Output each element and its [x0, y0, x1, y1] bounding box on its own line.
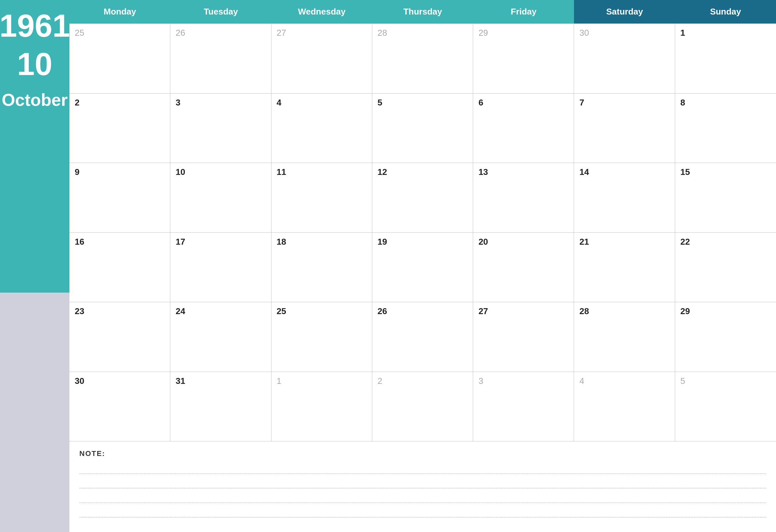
day-number: 27: [478, 306, 488, 316]
day-number: 5: [681, 376, 685, 386]
day-cell: 16: [69, 233, 170, 302]
day-cell: 29: [675, 302, 776, 372]
day-number: 3: [176, 98, 180, 108]
day-number: 4: [579, 376, 584, 386]
day-number: 27: [277, 28, 286, 38]
day-number: 23: [75, 306, 84, 316]
day-cell: 7: [574, 94, 675, 163]
day-number: 5: [378, 98, 382, 108]
sidebar-year: 1961: [0, 10, 70, 42]
note-line-1: [79, 461, 766, 474]
day-number: 28: [378, 28, 387, 38]
day-cell: 15: [675, 163, 776, 232]
day-cell: 9: [69, 163, 170, 232]
day-header-friday: Friday: [473, 0, 574, 23]
day-number: 12: [378, 167, 387, 177]
day-cell: 2: [69, 94, 170, 163]
day-cell: 22: [675, 233, 776, 302]
day-number: 25: [75, 28, 84, 38]
day-cell: 29: [473, 24, 574, 93]
day-number: 9: [75, 167, 79, 177]
day-cell: 28: [372, 24, 473, 93]
day-number: 13: [478, 167, 488, 177]
day-cell: 27: [271, 24, 372, 93]
note-line-4: [79, 504, 766, 517]
day-header-tuesday: Tuesday: [170, 0, 271, 23]
day-number: 26: [378, 306, 387, 316]
day-cell: 6: [473, 94, 574, 163]
day-cell: 3: [473, 372, 574, 441]
day-cell: 1: [271, 372, 372, 441]
day-number: 20: [478, 237, 488, 247]
day-number: 29: [681, 306, 690, 316]
day-cell: 17: [170, 233, 271, 302]
day-cell: 26: [170, 24, 271, 93]
day-number: 26: [176, 28, 185, 38]
day-number: 2: [75, 98, 79, 108]
calendar-container: 1961 10 October MondayTuesdayWednesdayTh…: [0, 0, 776, 532]
week-row-2: 2345678: [69, 93, 776, 163]
day-cell: 26: [372, 302, 473, 372]
note-label: NOTE:: [79, 449, 766, 458]
day-cell: 5: [675, 372, 776, 441]
main-content: MondayTuesdayWednesdayThursdayFridaySatu…: [69, 0, 776, 532]
day-header-saturday: Saturday: [574, 0, 675, 23]
day-cell: 19: [372, 233, 473, 302]
day-number: 25: [277, 306, 286, 316]
day-number: 21: [579, 237, 589, 247]
day-number: 17: [176, 237, 185, 247]
day-number: 28: [579, 306, 589, 316]
notes-section: NOTE:: [69, 441, 776, 532]
day-cell: 5: [372, 94, 473, 163]
day-cell: 11: [271, 163, 372, 232]
day-cell: 18: [271, 233, 372, 302]
week-row-6: 303112345: [69, 372, 776, 441]
day-cell: 12: [372, 163, 473, 232]
sidebar: 1961 10 October: [0, 0, 69, 532]
day-cell: 4: [574, 372, 675, 441]
day-cell: 23: [69, 302, 170, 372]
day-cell: 10: [170, 163, 271, 232]
weeks-container: 2526272829301234567891011121314151617181…: [69, 23, 776, 441]
sidebar-month-number: 10: [17, 48, 52, 80]
day-cell: 21: [574, 233, 675, 302]
day-cell: 25: [271, 302, 372, 372]
day-number: 3: [478, 376, 483, 386]
calendar-grid: MondayTuesdayWednesdayThursdayFridaySatu…: [69, 0, 776, 441]
day-number: 8: [681, 98, 685, 108]
day-headers: MondayTuesdayWednesdayThursdayFridaySatu…: [69, 0, 776, 23]
day-cell: 8: [675, 94, 776, 163]
day-cell: 14: [574, 163, 675, 232]
day-number: 14: [579, 167, 589, 177]
day-number: 1: [681, 28, 685, 38]
day-number: 31: [176, 376, 185, 386]
week-row-3: 9101112131415: [69, 163, 776, 232]
week-row-1: 2526272829301: [69, 23, 776, 93]
week-row-4: 16171819202122: [69, 232, 776, 302]
day-cell: 25: [69, 24, 170, 93]
day-cell: 28: [574, 302, 675, 372]
note-lines-container: [79, 461, 766, 517]
day-number: 11: [277, 167, 286, 177]
day-cell: 2: [372, 372, 473, 441]
day-cell: 24: [170, 302, 271, 372]
note-line-3: [79, 490, 766, 503]
day-cell: 13: [473, 163, 574, 232]
day-cell: 4: [271, 94, 372, 163]
day-cell: 31: [170, 372, 271, 441]
day-number: 6: [478, 98, 483, 108]
sidebar-month-name: October: [2, 90, 67, 110]
day-number: 15: [681, 167, 690, 177]
day-number: 22: [681, 237, 690, 247]
day-number: 2: [378, 376, 382, 386]
day-header-sunday: Sunday: [675, 0, 776, 23]
day-number: 16: [75, 237, 84, 247]
day-cell: 20: [473, 233, 574, 302]
day-number: 10: [176, 167, 185, 177]
day-number: 30: [75, 376, 84, 386]
day-header-monday: Monday: [69, 0, 170, 23]
week-row-5: 23242526272829: [69, 302, 776, 372]
day-number: 7: [579, 98, 584, 108]
day-number: 4: [277, 98, 281, 108]
day-number: 19: [378, 237, 387, 247]
